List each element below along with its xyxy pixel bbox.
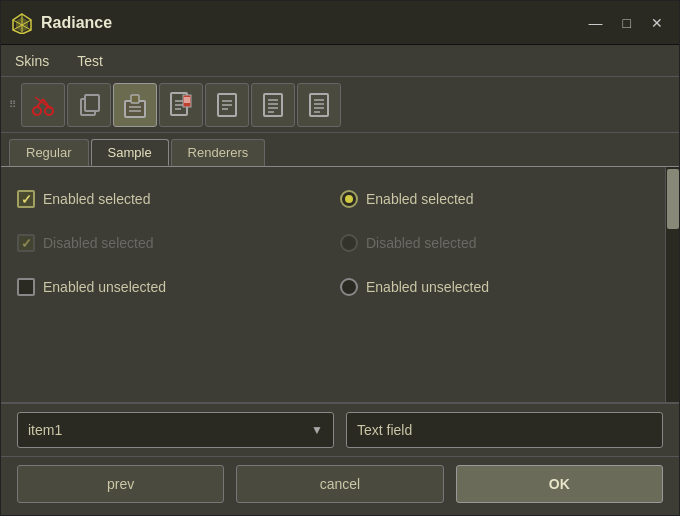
checkbox-column: Enabled selected Disabled selected Enabl… bbox=[17, 183, 340, 386]
window-title: Radiance bbox=[41, 14, 583, 32]
tab-sample[interactable]: Sample bbox=[91, 139, 169, 166]
main-panel: Enabled selected Disabled selected Enabl… bbox=[1, 167, 679, 402]
checkbox-row-2: Disabled selected bbox=[17, 227, 326, 259]
controls-row: item1 ▼ bbox=[1, 403, 679, 456]
minimize-button[interactable]: — bbox=[583, 14, 609, 32]
ok-button[interactable]: OK bbox=[456, 465, 663, 503]
svg-rect-20 bbox=[183, 95, 191, 107]
toolbar-paste-button[interactable] bbox=[113, 83, 157, 127]
close-button[interactable]: ✕ bbox=[645, 14, 669, 32]
checkbox-enabled-unselected-label: Enabled unselected bbox=[43, 279, 166, 295]
radio-disabled-selected bbox=[340, 234, 358, 252]
radio-column: Enabled selected Disabled selected Enabl… bbox=[340, 183, 663, 386]
checkbox-row-3: Enabled unselected bbox=[17, 271, 326, 303]
radio-enabled-unselected[interactable] bbox=[340, 278, 358, 296]
checkbox-disabled-selected bbox=[17, 234, 35, 252]
scrollbar-thumb[interactable] bbox=[667, 169, 679, 229]
content-area: Enabled selected Disabled selected Enabl… bbox=[1, 166, 679, 515]
toolbar-copy-button[interactable] bbox=[67, 83, 111, 127]
radio-row-1: Enabled selected bbox=[340, 183, 649, 215]
tab-regular[interactable]: Regular bbox=[9, 139, 89, 166]
svg-rect-13 bbox=[131, 95, 139, 103]
radio-enabled-unselected-label: Enabled unselected bbox=[366, 279, 489, 295]
cancel-button[interactable]: cancel bbox=[236, 465, 443, 503]
toolbar: ⠿ bbox=[1, 77, 679, 133]
menu-test[interactable]: Test bbox=[71, 51, 109, 71]
svg-point-5 bbox=[33, 107, 41, 115]
checkbox-enabled-unselected[interactable] bbox=[17, 278, 35, 296]
dropdown-value: item1 bbox=[28, 422, 303, 438]
app-icon bbox=[11, 12, 33, 34]
checkbox-enabled-selected-label: Enabled selected bbox=[43, 191, 150, 207]
window-controls: — □ ✕ bbox=[583, 14, 669, 32]
svg-rect-11 bbox=[85, 95, 99, 111]
button-row: prev cancel OK bbox=[1, 457, 679, 515]
prev-button[interactable]: prev bbox=[17, 465, 224, 503]
toolbar-doc1-button[interactable] bbox=[159, 83, 203, 127]
title-bar: Radiance — □ ✕ bbox=[1, 1, 679, 45]
radio-enabled-selected-label: Enabled selected bbox=[366, 191, 473, 207]
toolbar-doc2-button[interactable] bbox=[205, 83, 249, 127]
radio-row-3: Enabled unselected bbox=[340, 271, 649, 303]
dropdown-arrow-icon: ▼ bbox=[311, 423, 323, 437]
toolbar-doc3-button[interactable] bbox=[251, 83, 295, 127]
radio-row-2: Disabled selected bbox=[340, 227, 649, 259]
tab-bar: Regular Sample Renderers bbox=[1, 133, 679, 166]
toolbar-doc4-button[interactable] bbox=[297, 83, 341, 127]
toolbar-handle: ⠿ bbox=[9, 100, 15, 110]
radio-enabled-selected[interactable] bbox=[340, 190, 358, 208]
checkbox-row-1: Enabled selected bbox=[17, 183, 326, 215]
main-window: Radiance — □ ✕ Skins Test ⠿ bbox=[0, 0, 680, 516]
maximize-button[interactable]: □ bbox=[617, 14, 637, 32]
menu-bar: Skins Test bbox=[1, 45, 679, 77]
checkbox-disabled-selected-label: Disabled selected bbox=[43, 235, 154, 251]
checkbox-enabled-selected[interactable] bbox=[17, 190, 35, 208]
toolbar-cut-button[interactable] bbox=[21, 83, 65, 127]
radio-disabled-selected-label: Disabled selected bbox=[366, 235, 477, 251]
text-field[interactable] bbox=[346, 412, 663, 448]
tab-renderers[interactable]: Renderers bbox=[171, 139, 266, 166]
menu-skins[interactable]: Skins bbox=[9, 51, 55, 71]
scrollbar[interactable] bbox=[665, 167, 679, 402]
dropdown[interactable]: item1 ▼ bbox=[17, 412, 334, 448]
